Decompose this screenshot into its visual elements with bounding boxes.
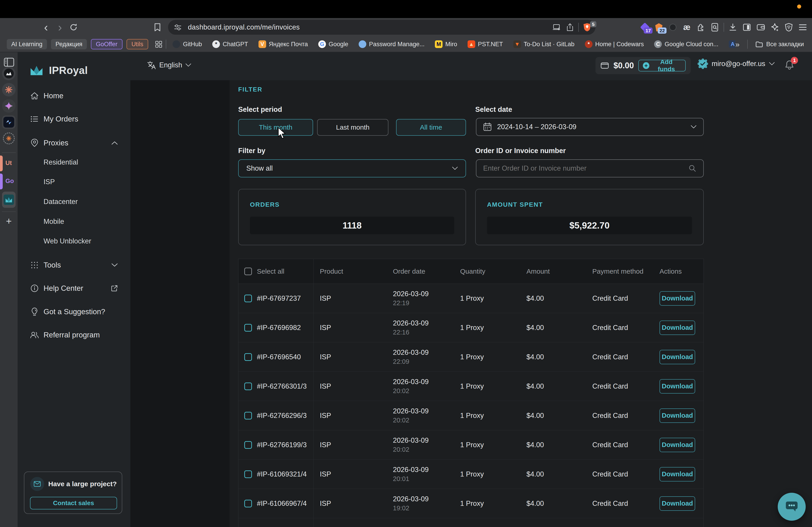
bookmark-pill-redakcia[interactable]: Редакция — [51, 39, 87, 49]
select-all-checkbox[interactable] — [244, 268, 252, 275]
row-checkbox[interactable] — [244, 382, 252, 390]
send-to-device-icon[interactable] — [550, 20, 563, 35]
sidebar-item-web-unblocker[interactable]: Web Unblocker — [18, 234, 130, 249]
download-button[interactable]: Download — [659, 496, 695, 511]
bookmark-item[interactable]: A Miroslav - Microso... — [729, 40, 735, 48]
row-checkbox[interactable] — [244, 295, 252, 302]
sidebar-item-my-orders[interactable]: My Orders — [18, 111, 130, 126]
bookmarks-overflow-chevron[interactable]: » — [735, 40, 740, 49]
brave-shields-icon[interactable]: 5 — [581, 20, 594, 35]
period-all-time-button[interactable]: All time — [396, 119, 466, 136]
pinned-tab-4-icon[interactable] — [2, 116, 16, 129]
sidebar-item-proxies[interactable]: Proxies — [18, 135, 130, 150]
vpn-shield-icon[interactable] — [782, 18, 796, 36]
tab-group-utils-label[interactable]: Ut — [5, 160, 12, 167]
bookmark-item[interactable]: GitHub — [173, 40, 202, 48]
url-text[interactable]: dashboard.iproyal.com/me/invoices — [188, 23, 300, 31]
order-id-search-field[interactable] — [476, 160, 704, 177]
tab-group-utils-bar[interactable] — [0, 155, 3, 171]
sidebar-item-datacenter[interactable]: Datacenter — [18, 194, 130, 209]
app-logo[interactable]: IPRoyal — [30, 64, 88, 76]
extension-puzzle-icon[interactable] — [694, 18, 708, 36]
bookmark-pill-utils[interactable]: Utils — [127, 39, 148, 49]
language-selector[interactable]: English — [147, 60, 191, 70]
pinned-tab-5-icon[interactable] — [2, 132, 16, 145]
extension-dark-icon[interactable] — [666, 18, 680, 36]
date-range-input[interactable]: 2024-10-14 – 2026-03-09 — [476, 118, 704, 136]
reload-icon[interactable] — [68, 18, 79, 36]
all-bookmarks-button[interactable]: Все закладки — [755, 41, 804, 48]
row-checkbox[interactable] — [244, 441, 252, 449]
bookmark-item[interactable]: Password Manage... — [359, 40, 424, 48]
panel-toggle-icon[interactable] — [4, 57, 14, 67]
bookmark-item[interactable]: ▲ PST.NET — [467, 40, 503, 48]
download-button[interactable]: Download — [659, 379, 695, 394]
chevron-up-icon[interactable] — [111, 141, 118, 145]
share-icon[interactable] — [563, 20, 577, 35]
extension-purple-icon[interactable]: 17 — [638, 18, 652, 36]
live-chat-button[interactable] — [778, 493, 806, 521]
order-id-input[interactable] — [483, 164, 688, 172]
bookmark-pill-gooffer[interactable]: GoOffer — [91, 39, 122, 49]
pinned-tab-2-icon[interactable] — [2, 83, 16, 96]
sidebar-toggle-icon[interactable] — [740, 18, 754, 36]
sidebar-item-isp[interactable]: ISP — [18, 175, 130, 189]
bookmark-item[interactable]: ▼ To-Do List · GitLab — [513, 40, 575, 48]
sidebar-item-residential[interactable]: Residential — [18, 155, 130, 170]
extension-search-doc-icon[interactable] — [708, 18, 722, 36]
bookmark-item[interactable]: V Яндекс Почта — [259, 40, 308, 48]
account-menu[interactable]: miro@go-offer.us — [698, 59, 775, 69]
sidebar-item-suggestion[interactable]: Got a Suggestion? — [18, 304, 130, 319]
row-checkbox[interactable] — [244, 500, 252, 507]
forward-icon[interactable]: › — [54, 18, 66, 36]
downloads-icon[interactable] — [726, 18, 740, 36]
bookmark-pill-ai-learning[interactable]: AI Learning — [7, 39, 47, 49]
chevron-down-icon[interactable] — [111, 263, 118, 267]
sidebar-item-referral[interactable]: Referral program — [18, 328, 130, 342]
leo-ai-icon[interactable] — [768, 18, 782, 36]
sidebar-item-home[interactable]: Home — [18, 88, 130, 103]
row-checkbox[interactable] — [244, 324, 252, 332]
bookmark-item[interactable]: * Home | Codewars — [585, 40, 644, 48]
pinned-tab-1-icon[interactable] — [2, 67, 16, 80]
bookmark-item[interactable]: * ChatGPT — [212, 40, 248, 48]
period-this-month-button[interactable]: This month — [238, 119, 313, 136]
wallet-icon[interactable] — [754, 18, 768, 36]
download-button[interactable]: Download — [659, 350, 695, 364]
extension-orange-icon[interactable]: 22 — [652, 18, 666, 36]
download-button[interactable]: Download — [659, 291, 695, 306]
bookmark-item[interactable]: G Google — [318, 40, 348, 48]
add-funds-button[interactable]: + Add funds — [638, 60, 686, 72]
row-checkbox[interactable] — [244, 412, 252, 420]
active-tab-iproyal-icon[interactable] — [2, 192, 16, 208]
contact-sales-button[interactable]: Contact sales — [30, 497, 117, 509]
sidebar-item-tools[interactable]: Tools — [18, 258, 130, 272]
tab-group-gooffer-label[interactable]: Go — [5, 178, 14, 185]
row-checkbox[interactable] — [244, 353, 252, 361]
extension-ae-icon[interactable]: æ — [680, 18, 694, 36]
download-button[interactable]: Download — [659, 320, 695, 335]
download-button[interactable]: Download — [659, 438, 695, 452]
download-button[interactable]: Download — [659, 467, 695, 481]
bookmark-item[interactable]: M Miro — [435, 40, 457, 48]
filter-by-select[interactable]: Show all — [238, 160, 466, 177]
site-settings-icon[interactable] — [171, 20, 184, 35]
new-tab-button[interactable]: + — [0, 215, 18, 227]
period-last-month-button[interactable]: Last month — [317, 119, 388, 136]
sidebar-item-mobile[interactable]: Mobile — [18, 214, 130, 229]
menu-hamburger-icon[interactable] — [796, 18, 810, 36]
notifications-bell[interactable]: 1 — [784, 60, 794, 70]
download-button[interactable]: Download — [659, 408, 695, 423]
pinned-tab-3-icon[interactable] — [2, 99, 16, 113]
wallet-balance-pill[interactable]: $0.00 + Add funds — [595, 57, 691, 74]
bookmarks-bar: AI Learning Редакция GoOffer Utils GitHu… — [0, 36, 812, 52]
bookmark-flag-icon[interactable] — [151, 18, 163, 36]
bookmark-item[interactable]: C Google Cloud con... — [654, 40, 719, 48]
sidebar-item-help-center[interactable]: Help Center — [18, 281, 130, 296]
back-icon[interactable]: ‹ — [40, 18, 52, 36]
tab-group-gooffer-bar[interactable] — [0, 174, 3, 189]
filter-by-label: Filter by — [238, 147, 265, 155]
url-bar[interactable]: dashboard.iproyal.com/me/invoices 5 — [168, 20, 595, 35]
apps-grid-icon[interactable] — [155, 40, 163, 48]
row-checkbox[interactable] — [244, 470, 252, 478]
